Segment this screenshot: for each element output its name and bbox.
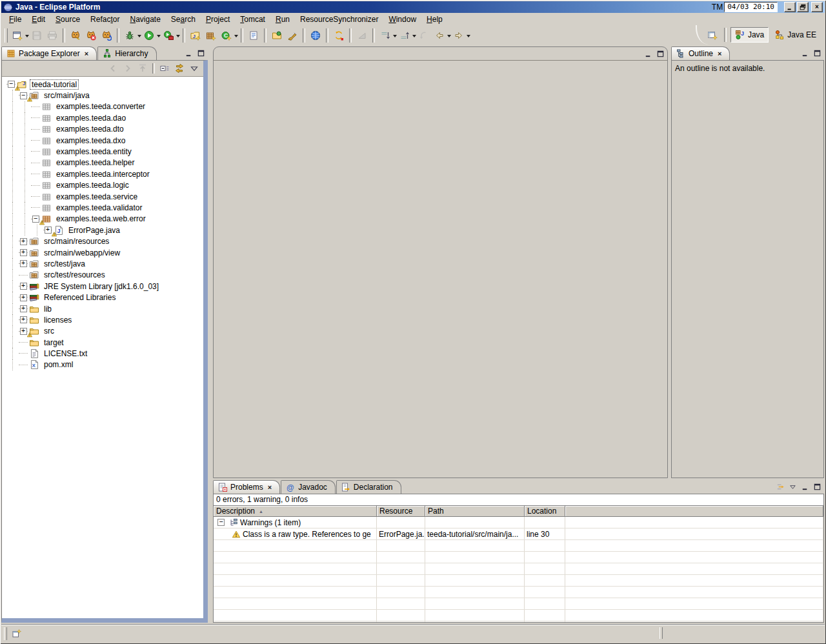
tree-item-examples-teeda-web-error[interactable]: −examples.teeda.web.error [2, 214, 203, 225]
statusbar-divider[interactable] [660, 627, 663, 639]
max-button[interactable] [196, 48, 206, 57]
back-button[interactable] [432, 28, 447, 43]
close-tab-icon[interactable]: × [268, 483, 272, 491]
tomcat-restart-button[interactable] [99, 28, 114, 43]
forward-nav-button[interactable] [121, 62, 135, 75]
tree-item-licenses[interactable]: +licenses [2, 314, 203, 325]
open-folder-button[interactable] [269, 28, 285, 43]
external-tools-dropdown[interactable] [176, 35, 180, 39]
max-button[interactable] [812, 482, 822, 491]
tree-item-pom-xml[interactable]: Xpom.xml [2, 359, 203, 370]
tree-expander[interactable]: + [19, 258, 28, 269]
menu-item-resourcesynchronizer[interactable]: ResourceSynchronizer [295, 14, 383, 25]
menu-item-run[interactable]: Run [270, 14, 295, 25]
link-editor-button[interactable] [172, 62, 186, 75]
tree-expander[interactable]: + [19, 247, 28, 258]
expand-box-icon[interactable]: + [20, 283, 27, 290]
tomcat-start-button[interactable] [68, 28, 83, 43]
column-header-location[interactable]: Location [525, 506, 565, 517]
perspective-java-ee[interactable]: Java EE [770, 27, 821, 43]
tree-item-jre-system-library-jdk1-6-0-03-[interactable]: +JRE System Library [jdk1.6.0_03] [2, 281, 203, 292]
close-tab-icon[interactable]: × [85, 50, 88, 57]
tree-item-lib[interactable]: +lib [2, 303, 203, 314]
tree-item-examples-teeda-validator[interactable]: examples.teeda.validator [2, 202, 203, 213]
new-java-class-dropdown[interactable] [234, 35, 238, 39]
tree-item-examples-teeda-dao[interactable]: examples.teeda.dao [2, 112, 203, 123]
new-java-project-button[interactable]: J [188, 28, 203, 43]
collapse-all-button[interactable] [157, 62, 172, 75]
menu-item-navigate[interactable]: Navigate [125, 14, 165, 25]
tree-expander[interactable]: − [31, 214, 40, 225]
tree-expander[interactable]: + [19, 292, 28, 303]
tree-item-examples-teeda-logic[interactable]: examples.teeda.logic [2, 180, 203, 191]
tree-item-examples-teeda-converter[interactable]: examples.teeda.converter [2, 101, 203, 112]
minimize-button[interactable] [784, 2, 796, 12]
min-button[interactable] [643, 49, 653, 58]
menu-item-project[interactable]: Project [201, 14, 235, 25]
problems-group-row[interactable]: −Warnings (1 item) [214, 517, 823, 528]
web-browser-button[interactable] [308, 28, 323, 43]
menu-item-help[interactable]: Help [421, 14, 448, 25]
menu-item-refactor[interactable]: Refactor [85, 14, 125, 25]
max-button[interactable] [655, 49, 665, 58]
tree-item-errorpage-java[interactable]: +JErrorPage.java [2, 225, 203, 236]
tab-problems[interactable]: Problems× [213, 480, 280, 494]
tab-declaration[interactable]: Declaration [336, 480, 401, 494]
tree-item-src[interactable]: +src [2, 326, 203, 337]
filter-button[interactable] [775, 482, 785, 491]
close-tab-icon[interactable]: × [718, 50, 721, 57]
new-wizard-button[interactable] [10, 28, 25, 43]
tree-item-examples-teeda-interceptor[interactable]: examples.teeda.interceptor [2, 168, 203, 179]
expand-box-icon[interactable]: + [45, 226, 52, 234]
min-button[interactable] [800, 482, 810, 491]
tree-expander[interactable]: + [19, 326, 28, 337]
expand-box-icon[interactable]: + [20, 249, 27, 256]
menu-item-tomcat[interactable]: Tomcat [235, 14, 270, 25]
tree-item-src-main-resources[interactable]: +src/main/resources [2, 236, 203, 247]
close-button[interactable]: × [811, 2, 823, 12]
run-button[interactable] [141, 28, 157, 43]
prev-annotation-button[interactable] [397, 28, 412, 43]
tree-item-src-main-java[interactable]: −src/main/java [2, 90, 203, 101]
tree-item-src-test-resources[interactable]: src/test/resources [2, 270, 203, 281]
tree-expander[interactable]: − [19, 90, 28, 101]
collapse-box-icon[interactable]: − [20, 92, 27, 99]
external-tools-button[interactable] [161, 28, 176, 43]
tab-outline[interactable]: Outline× [671, 46, 730, 60]
tree-item-referenced-libraries[interactable]: +Referenced Libraries [2, 292, 203, 303]
tree-expander[interactable]: + [19, 236, 28, 247]
perspective-java[interactable]: JJava [730, 27, 769, 43]
view-menu-button[interactable] [187, 62, 201, 75]
tree-item-target[interactable]: target [2, 337, 203, 348]
tree-item-src-main-webapp-view[interactable]: +src/main/webapp/view [2, 247, 203, 258]
debug-button[interactable] [122, 28, 137, 43]
paintbrush-button[interactable] [285, 28, 300, 43]
tomcat-stop-button[interactable] [83, 28, 99, 43]
expand-box-icon[interactable]: + [20, 260, 27, 267]
view-menu-button[interactable] [787, 482, 798, 491]
task-list-button[interactable] [246, 28, 261, 43]
menu-item-edit[interactable]: Edit [26, 14, 50, 25]
column-header-description[interactable]: Description▲ [214, 506, 377, 517]
expand-box-icon[interactable]: + [20, 294, 27, 301]
new-java-class-button[interactable]: C [219, 28, 234, 43]
menu-item-file[interactable]: File [4, 14, 26, 25]
column-header-path[interactable]: Path [425, 506, 525, 517]
tree-expander[interactable]: + [19, 314, 28, 325]
menu-item-source[interactable]: Source [50, 14, 85, 25]
tree-item-examples-teeda-dto[interactable]: examples.teeda.dto [2, 124, 203, 135]
restore-button[interactable] [797, 2, 809, 12]
next-annotation-button[interactable] [378, 28, 393, 43]
fast-view-button[interactable] [10, 627, 24, 641]
synchronize-button[interactable] [331, 28, 347, 43]
problems-item-row[interactable]: Class is a raw type. References to geErr… [214, 528, 823, 540]
min-button[interactable] [183, 48, 194, 57]
tree-expander[interactable]: + [19, 303, 28, 314]
tree-item-examples-teeda-dxo[interactable]: examples.teeda.dxo [2, 135, 203, 146]
expand-box-icon[interactable]: + [20, 316, 27, 323]
max-button[interactable] [812, 48, 822, 57]
tree-expander[interactable]: + [19, 281, 28, 292]
forward-button[interactable] [451, 28, 467, 43]
tab-hierarchy[interactable]: Hierarchy [97, 46, 156, 60]
up-nav-button[interactable] [136, 62, 150, 75]
